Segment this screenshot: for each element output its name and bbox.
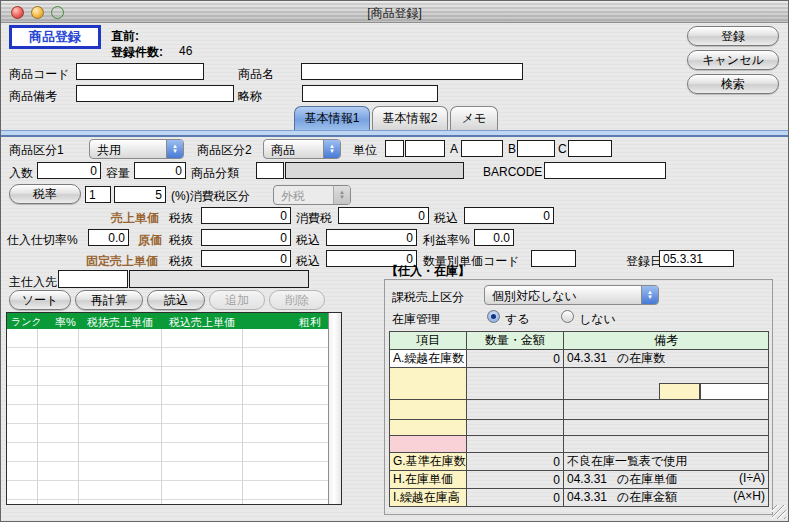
stock-col-item: 項目 [390,332,467,350]
popup-stepper-icon: ▲▼ [323,140,340,158]
count-value: 46 [179,44,192,58]
window-title: [商品登録] [1,5,788,22]
stock-management-label: 在庫管理 [392,311,440,328]
qty-input[interactable] [37,162,101,179]
stock-item-cell[interactable] [390,420,467,436]
col-gross-profit: 粗利 [299,315,321,330]
division1-popup[interactable]: 共用 ▲▼ [89,139,184,159]
sale-tax-input[interactable] [338,207,429,224]
stock-sub-cell[interactable] [700,383,769,400]
purchase-stock-section-title: 【仕入・在庫】 [386,263,470,280]
product-name-input[interactable] [301,63,523,80]
stock-value-cell[interactable]: 0 [467,453,564,471]
tax-code-input[interactable] [85,186,111,203]
stock-memo-cell [564,436,769,453]
unit-b-input[interactable] [517,140,555,157]
mode-button[interactable]: 商品登録 [9,25,101,49]
cost-excl-input[interactable] [201,229,291,246]
rank-list-body[interactable] [7,329,328,504]
category-code-input[interactable] [256,162,284,179]
stock-value-cell[interactable]: 0 [467,471,564,489]
cost-incl-input[interactable] [326,229,417,246]
sale-incl-input[interactable] [464,207,554,224]
capacity-input[interactable] [134,162,186,179]
taxable-sales-division-popup[interactable]: 個別対応しない ▲▼ [484,285,659,305]
sort-button[interactable]: ソート [9,290,71,310]
product-memo-input[interactable] [76,85,234,102]
add-button: 追加 [209,290,265,310]
stock-item-cell[interactable] [390,436,467,453]
stock-memo-cell [564,420,769,436]
stock-item-cell: H.在庫単価 [390,471,467,489]
barcode-input[interactable] [544,162,666,179]
division1-value: 共用 [90,140,166,158]
stock-row-empty [390,368,769,400]
titlebar: [商品登録] [1,1,788,23]
stock-row-empty [390,420,769,436]
main-supplier-code-input[interactable] [58,270,128,288]
col-rank: ランク [11,315,42,329]
stock-row-i: I.繰越在庫高 0 04.3.31の在庫金額(A×H) [390,489,769,507]
stock-memo-cell: 04.3.31の在庫数 [564,350,769,368]
unit-a-input[interactable] [461,140,503,157]
tax-rate-input[interactable] [114,186,166,203]
abbr-input[interactable] [302,85,438,102]
stock-sub-cell[interactable] [659,383,700,400]
rank-list-scrollbar[interactable] [328,313,341,504]
unit-label: 単位 [353,142,377,159]
division2-popup[interactable]: 商品 ▲▼ [263,139,341,159]
search-button[interactable]: 検索 [687,74,779,94]
stock-management-no-radio[interactable] [561,310,574,323]
tax-rate-button[interactable]: 税率 [9,184,81,204]
unit-input-2[interactable] [405,140,445,157]
recalc-button[interactable]: 再計算 [75,290,143,310]
stock-memo-cell: 04.3.31の在庫金額(A×H) [564,489,769,507]
stock-memo-cell [564,400,769,420]
resize-grip[interactable] [772,505,786,519]
product-registration-window: [商品登録] 商品登録 直前: 登録件数: 46 登録 キャンセル 検索 商品コ… [0,0,789,522]
load-button[interactable]: 読込 [147,290,205,310]
stock-value-cell[interactable] [467,400,564,420]
consumption-tax-division-label: (%)消費税区分 [171,188,250,205]
unit-c-input[interactable] [568,140,612,157]
sale-excl-input[interactable] [201,207,291,224]
stock-value-cell[interactable]: 0 [467,489,564,507]
purchase-rate-input[interactable] [88,229,129,246]
register-button[interactable]: 登録 [687,26,779,46]
division2-value: 商品 [264,140,323,158]
profit-rate-input[interactable] [474,229,514,246]
reg-date-input[interactable] [659,250,734,267]
stock-value-cell[interactable] [467,436,564,453]
stock-table: 項目 数量・金額 備考 A.繰越在庫数 0 04.3.31の在庫数 [389,331,769,507]
qty-price-code-input[interactable] [531,250,576,267]
unit-input-1[interactable] [385,140,404,157]
tab-basic-info-2[interactable]: 基本情報2 [372,106,448,130]
fixed-excl-input[interactable] [201,250,291,267]
tab-basic-info-1[interactable]: 基本情報1 [294,106,370,130]
stock-management-no-label: しない [579,311,616,328]
taxable-sales-division-label: 課税売上区分 [392,289,464,306]
division1-label: 商品区分1 [9,142,64,159]
profit-rate-label: 利益率% [423,232,470,249]
main-supplier-name-field [129,270,309,288]
sale-incl-label: 税込 [434,210,458,227]
stock-memo-cell: 不良在庫一覧表で使用 [564,453,769,471]
fixed-incl-label: 税込 [296,253,320,270]
stock-item-cell[interactable] [390,368,467,400]
stock-table-header-row: 項目 数量・金額 備考 [390,332,769,350]
stock-row-a: A.繰越在庫数 0 04.3.31の在庫数 [390,350,769,368]
stock-value-cell[interactable] [467,420,564,436]
tab-memo[interactable]: メモ [450,106,498,130]
cancel-button[interactable]: キャンセル [687,50,779,70]
rank-price-list: ランク 率% 税抜売上単価 税込売上単価 粗利 [6,312,342,505]
stock-management-yes-radio[interactable] [487,310,500,323]
tab-separator [1,130,789,137]
stock-value-cell[interactable] [467,368,564,400]
stock-value-cell[interactable]: 0 [467,350,564,368]
reg-date-label: 登録日 [626,253,662,270]
sale-tax-label: 消費税 [296,210,332,227]
product-code-input[interactable] [76,63,204,80]
popup-stepper-icon: ▲▼ [641,286,658,304]
stock-item-cell[interactable] [390,400,467,420]
unit-c-label: C [558,142,567,156]
